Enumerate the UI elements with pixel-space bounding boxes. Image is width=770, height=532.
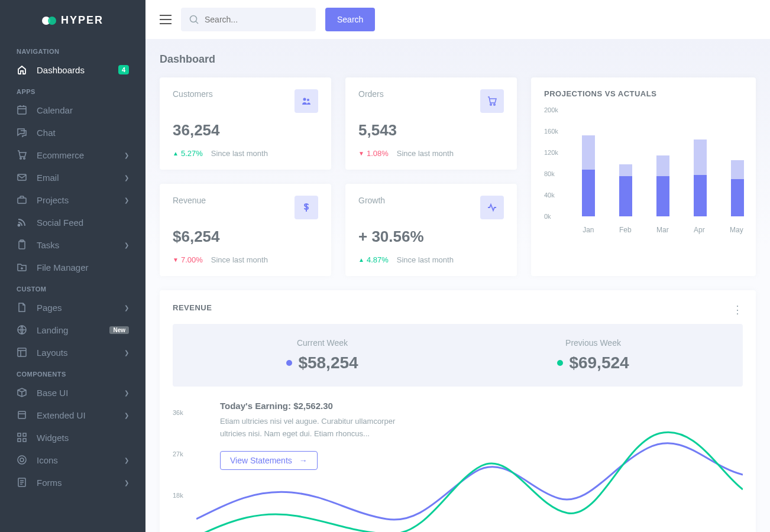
mail-icon bbox=[17, 172, 27, 183]
view-statements-button[interactable]: View Statements → bbox=[220, 451, 318, 470]
sidebar-item-projects[interactable]: Projects❯ bbox=[0, 189, 145, 211]
dot-icon bbox=[557, 360, 563, 366]
svg-rect-5 bbox=[18, 174, 26, 180]
bar bbox=[582, 135, 595, 216]
more-icon[interactable]: ⋮ bbox=[732, 303, 743, 316]
menu-toggle-icon[interactable] bbox=[160, 15, 172, 24]
file-icon bbox=[17, 302, 27, 313]
projections-card: PROJECTIONS VS ACTUALS 0k40k80k120k160k2… bbox=[531, 77, 756, 276]
nav-label: Icons bbox=[37, 455, 115, 465]
nav-section-title: COMPONENTS bbox=[0, 364, 145, 381]
folder-icon bbox=[17, 262, 27, 273]
sidebar-item-extended-ui[interactable]: Extended UI❯ bbox=[0, 404, 145, 426]
chevron-right-icon: ❯ bbox=[124, 152, 129, 158]
previous-week-value: $69,524 bbox=[569, 353, 629, 372]
stat-label: Orders bbox=[358, 89, 384, 99]
nav-label: Dashboards bbox=[37, 65, 109, 75]
bar bbox=[656, 155, 669, 216]
x-tick: May bbox=[730, 226, 743, 234]
dollar-icon bbox=[295, 196, 318, 219]
sidebar-item-landing[interactable]: LandingNew bbox=[0, 319, 145, 341]
projections-title: PROJECTIONS VS ACTUALS bbox=[544, 89, 756, 98]
bar bbox=[694, 140, 707, 216]
sidebar-item-calendar[interactable]: Calendar bbox=[0, 99, 145, 121]
y-tick: 0k bbox=[544, 213, 551, 220]
arrow-up-icon: ▲ bbox=[173, 150, 179, 157]
previous-week-label: Previous Week bbox=[557, 338, 629, 348]
sidebar-item-tasks[interactable]: Tasks❯ bbox=[0, 233, 145, 256]
chat-icon bbox=[17, 127, 27, 138]
badge-new: New bbox=[109, 326, 129, 334]
stat-since: Since last month bbox=[397, 255, 454, 264]
briefcase-icon bbox=[17, 194, 27, 205]
sidebar-item-pages[interactable]: Pages❯ bbox=[0, 296, 145, 319]
users-icon bbox=[295, 89, 318, 113]
sidebar-item-email[interactable]: Email❯ bbox=[0, 166, 145, 189]
nav-label: Pages bbox=[37, 303, 115, 313]
nav-label: Ecommerce bbox=[37, 150, 115, 160]
x-tick: Jan bbox=[583, 226, 594, 234]
dot-icon bbox=[286, 360, 292, 366]
nav-label: Landing bbox=[37, 325, 100, 335]
rss-icon bbox=[17, 217, 27, 228]
svg-rect-16 bbox=[23, 439, 26, 442]
form-icon bbox=[17, 477, 27, 488]
sidebar-item-social-feed[interactable]: Social Feed bbox=[0, 211, 145, 233]
revenue-title: REVENUE bbox=[173, 303, 743, 312]
logo[interactable]: HYPER bbox=[0, 0, 145, 41]
search-input[interactable] bbox=[205, 15, 308, 24]
stat-card-orders: Orders 5,543 ▼ 1.08%Since last month bbox=[345, 77, 517, 170]
svg-rect-14 bbox=[23, 433, 26, 436]
svg-point-7 bbox=[18, 225, 20, 226]
nav-label: Chat bbox=[37, 128, 129, 138]
arrow-up-icon: ▲ bbox=[358, 257, 364, 263]
stat-value: $6,254 bbox=[173, 228, 318, 246]
svg-rect-12 bbox=[18, 411, 25, 419]
stat-card-customers: Customers 36,254 ▲ 5.27%Since last month bbox=[160, 77, 331, 170]
nav-label: Email bbox=[37, 173, 115, 183]
nav-label: Tasks bbox=[37, 240, 115, 250]
sidebar-item-chat[interactable]: Chat bbox=[0, 121, 145, 144]
y-tick: 36k bbox=[173, 409, 183, 416]
trend-down: ▼ 1.08% bbox=[358, 149, 389, 158]
pulse-icon bbox=[480, 196, 504, 219]
sidebar-item-base-ui[interactable]: Base UI❯ bbox=[0, 381, 145, 404]
sidebar-item-ecommerce[interactable]: Ecommerce❯ bbox=[0, 144, 145, 166]
y-tick: 120k bbox=[544, 149, 558, 156]
x-tick: Feb bbox=[619, 226, 632, 234]
sidebar-item-file-manager[interactable]: File Manager bbox=[0, 256, 145, 278]
sidebar-item-dashboards[interactable]: Dashboards4 bbox=[0, 59, 145, 81]
stat-value: + 30.56% bbox=[358, 228, 504, 246]
svg-rect-8 bbox=[19, 241, 25, 249]
svg-point-23 bbox=[490, 104, 492, 106]
chevron-right-icon: ❯ bbox=[124, 457, 129, 463]
nav-label: File Manager bbox=[37, 262, 129, 273]
svg-point-20 bbox=[190, 16, 197, 22]
stat-since: Since last month bbox=[397, 149, 454, 158]
current-week-label: Current Week bbox=[286, 338, 358, 348]
svg-point-1 bbox=[48, 17, 56, 25]
sidebar-item-forms[interactable]: Forms❯ bbox=[0, 471, 145, 494]
svg-point-17 bbox=[18, 456, 26, 464]
chevron-right-icon: ❯ bbox=[124, 349, 129, 356]
search-button[interactable]: Search bbox=[325, 8, 375, 31]
x-tick: Apr bbox=[694, 226, 705, 234]
box-icon bbox=[17, 387, 27, 398]
nav-label: Social Feed bbox=[37, 218, 129, 228]
nav-label: Projects bbox=[37, 195, 115, 205]
svg-point-4 bbox=[24, 158, 25, 160]
chevron-right-icon: ❯ bbox=[124, 412, 129, 419]
chevron-right-icon: ❯ bbox=[124, 479, 129, 486]
stat-card-growth: Growth + 30.56% ▲ 4.87%Since last month bbox=[345, 184, 517, 276]
sidebar-item-icons[interactable]: Icons❯ bbox=[0, 449, 145, 471]
badge-count: 4 bbox=[118, 65, 129, 74]
svg-point-18 bbox=[20, 458, 24, 462]
arrow-down-icon: ▼ bbox=[173, 257, 179, 263]
nav-label: Calendar bbox=[37, 105, 129, 115]
stat-since: Since last month bbox=[211, 255, 268, 264]
sidebar-item-layouts[interactable]: Layouts❯ bbox=[0, 341, 145, 364]
sidebar-item-widgets[interactable]: Widgets bbox=[0, 426, 145, 449]
svg-rect-15 bbox=[18, 439, 21, 442]
sidebar: HYPER NAVIGATIONDashboards4APPSCalendarC… bbox=[0, 0, 145, 532]
package-icon bbox=[17, 410, 27, 420]
